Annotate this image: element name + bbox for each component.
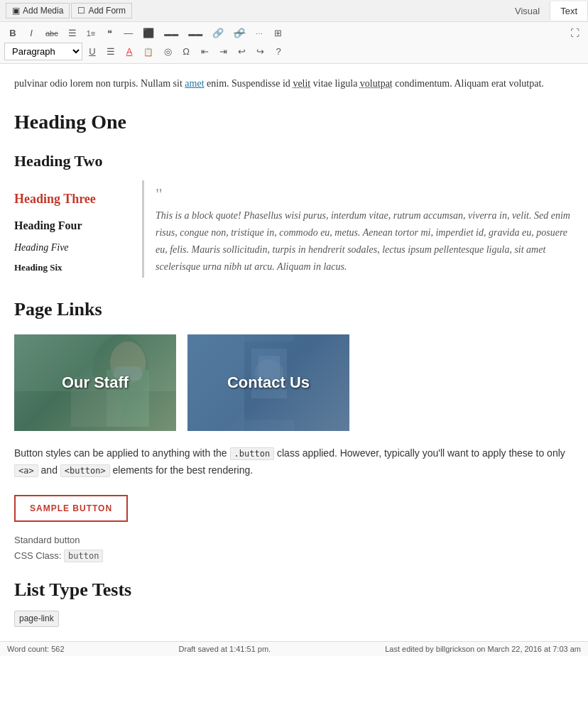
format-select[interactable]: Paragraph Heading 1 Heading 2 Heading 3 … xyxy=(4,43,82,60)
css-class-value: button xyxy=(64,550,103,562)
blockquote-area: " This is a block quote! Phasellus wisi … xyxy=(142,180,574,278)
add-media-button[interactable]: ▣ Add Media xyxy=(6,3,70,18)
heading-one: Heading One xyxy=(14,107,574,138)
redo-button[interactable]: ↪ xyxy=(251,43,268,60)
heading-two: Heading Two xyxy=(14,148,574,173)
visual-tab[interactable]: Visual xyxy=(505,1,550,21)
clear-format-button[interactable]: ◎ xyxy=(159,43,176,60)
content-columns: Heading Three Heading Four Heading Five … xyxy=(14,180,574,278)
align-right-button[interactable]: ▬▬ xyxy=(184,25,207,41)
underline-button[interactable]: U xyxy=(84,43,101,60)
contact-us-label: Contact Us xyxy=(187,334,349,431)
heading-five: Heading Five xyxy=(14,240,128,256)
toolbar-row-2: Paragraph Heading 1 Heading 2 Heading 3 … xyxy=(4,43,584,60)
button-class-code: .button xyxy=(230,447,275,460)
text-color-button[interactable]: A xyxy=(121,43,138,60)
outdent-button[interactable]: ⇤ xyxy=(196,43,213,60)
sample-button[interactable]: SAMPLE BUTTON xyxy=(14,495,128,522)
insert-more-button[interactable]: ⋯ xyxy=(251,25,268,41)
button-description: Button styles can be applied to anything… xyxy=(14,445,574,479)
toolbar-row-1: B I abc ☰ 1≡ ❝ — ⬛ ▬▬ ▬▬ 🔗 🔗 ⋯ xyxy=(4,25,584,41)
strikethrough-button[interactable]: abc xyxy=(41,26,62,40)
heading-six: Heading Six xyxy=(14,261,128,275)
align-center-button[interactable]: ▬▬ xyxy=(160,25,183,41)
page-link-tag: page-link xyxy=(14,611,59,627)
justify-button[interactable]: ☰ xyxy=(102,43,119,60)
indent-button[interactable]: ⇥ xyxy=(214,43,232,60)
editor-area[interactable]: pulvinar odio lorem non turpis. Nullam s… xyxy=(0,64,588,641)
heading-three: Heading Three xyxy=(14,189,128,209)
page-links-heading: Page Links xyxy=(14,295,574,324)
add-form-icon: ☐ xyxy=(77,6,85,16)
unordered-list-button[interactable]: ☰ xyxy=(64,25,81,41)
link-button[interactable]: 🔗 xyxy=(208,25,228,41)
top-bar: ▣ Add Media ☐ Add Form Visual Text xyxy=(0,0,588,22)
add-media-icon: ▣ xyxy=(12,6,20,16)
bold-button[interactable]: B xyxy=(4,25,21,41)
unlink-button[interactable]: 🔗 xyxy=(229,25,249,41)
standard-label: Standard button xyxy=(14,533,574,548)
volutpat-text: volutpat xyxy=(360,78,393,89)
left-headings: Heading Three Heading Four Heading Five … xyxy=(14,180,128,278)
align-left-button[interactable]: ⬛ xyxy=(138,25,158,41)
intro-paragraph: pulvinar odio lorem non turpis. Nullam s… xyxy=(14,75,574,92)
word-count: Word count: 562 xyxy=(7,645,65,653)
status-bar: Word count: 562 Draft saved at 1:41:51 p… xyxy=(0,641,588,656)
special-char-button[interactable]: Ω xyxy=(178,43,195,60)
blockquote-text: This is a block quote! Phasellus wisi pu… xyxy=(156,207,574,275)
css-class-line: CSS Class: button xyxy=(14,549,574,564)
our-staff-link[interactable]: Our Staff xyxy=(14,334,176,431)
list-type-heading: List Type Tests xyxy=(14,575,574,605)
paste-text-button[interactable]: 📋 xyxy=(139,43,158,60)
add-form-button[interactable]: ☐ Add Form xyxy=(71,3,132,18)
blockquote-mark: " xyxy=(156,185,163,203)
contact-us-link[interactable]: Contact Us xyxy=(187,334,349,431)
toolbar: B I abc ☰ 1≡ ❝ — ⬛ ▬▬ ▬▬ 🔗 🔗 ⋯ xyxy=(0,22,588,64)
fullscreen-button[interactable]: ⛶ xyxy=(566,25,584,41)
blockquote-button[interactable]: ❝ xyxy=(101,25,118,41)
heading-four: Heading Four xyxy=(14,217,128,235)
hr-button[interactable]: — xyxy=(119,25,137,41)
ordered-list-button[interactable]: 1≡ xyxy=(82,25,100,41)
help-button[interactable]: ? xyxy=(270,43,287,60)
image-links: Our Staff Contact Us xyxy=(14,334,574,431)
text-tab[interactable]: Text xyxy=(550,1,588,21)
button-tag-code: <button> xyxy=(60,464,110,477)
undo-button[interactable]: ↩ xyxy=(233,43,250,60)
our-staff-label: Our Staff xyxy=(14,334,176,431)
top-bar-left: ▣ Add Media ☐ Add Form xyxy=(0,0,138,21)
top-bar-right: Visual Text xyxy=(505,1,588,21)
amet-link[interactable]: amet xyxy=(185,78,204,89)
italic-button[interactable]: I xyxy=(23,25,40,41)
table-button[interactable]: ⊞ xyxy=(269,25,286,41)
velit-text: velit xyxy=(293,78,310,89)
a-tag-code: <a> xyxy=(14,464,38,477)
last-edited: Last edited by billgrickson on March 22,… xyxy=(385,645,581,653)
draft-saved: Draft saved at 1:41:51 pm. xyxy=(179,645,271,653)
